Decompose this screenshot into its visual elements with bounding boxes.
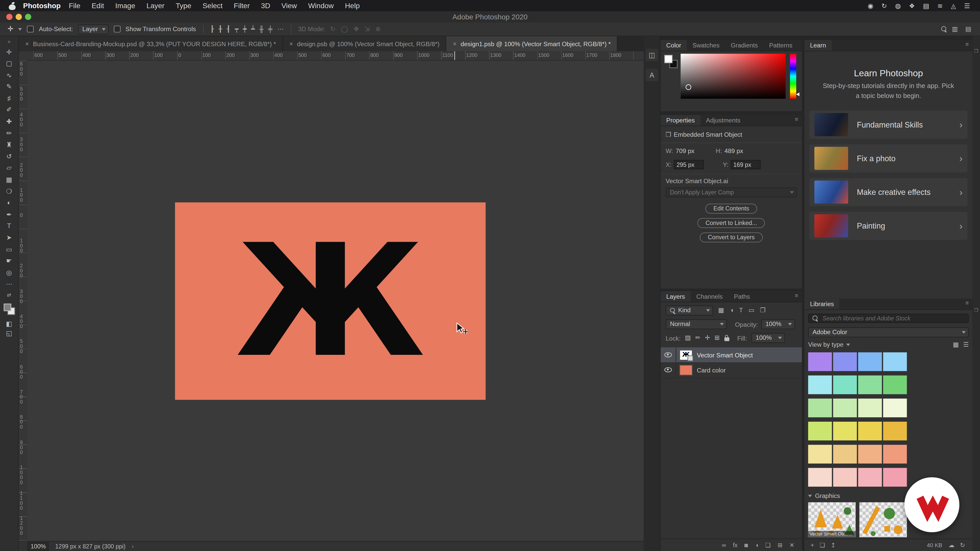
tab-adjustments[interactable]: Adjustments — [700, 115, 746, 126]
spotlight-icon[interactable]: ◬ — [951, 2, 956, 9]
layer-comp-dropdown[interactable]: Don't Apply Layer Comp — [666, 187, 797, 197]
zoom-level-field[interactable]: 100% — [27, 542, 49, 551]
edit-toolbar-icon[interactable]: ⋯ — [3, 279, 14, 289]
document-tab-3-active[interactable]: ✕ design1.psb @ 100% (Vector Smart Objec… — [446, 36, 617, 51]
lock-position-icon[interactable]: ✛ — [705, 335, 710, 341]
library-swatch[interactable] — [808, 399, 832, 417]
saturation-field[interactable] — [681, 54, 786, 99]
tab-libraries[interactable]: Libraries — [804, 299, 840, 310]
record-app-icon[interactable]: ◍ — [895, 2, 900, 9]
learn-item-painting[interactable]: Painting — [809, 212, 967, 240]
layer-group-icon[interactable]: ❏ — [765, 541, 771, 548]
collapsed-panel-top-icon[interactable]: ❒ — [974, 49, 978, 53]
type-tool[interactable]: T — [3, 221, 14, 230]
screen-record-icon[interactable]: ◉ — [868, 2, 873, 9]
layer-thumbnail[interactable] — [680, 365, 692, 375]
layer-name[interactable]: Vector Smart Object — [697, 351, 753, 359]
library-upload-icon[interactable]: ↥ — [831, 541, 836, 548]
lock-pixels-icon[interactable]: ✏ — [695, 335, 700, 341]
disclosure-triangle-icon[interactable] — [808, 494, 812, 497]
library-swatch[interactable] — [883, 375, 907, 394]
status-chevron-icon[interactable]: › — [132, 543, 134, 550]
layer-row-card-color[interactable]: Card color — [661, 362, 802, 378]
learn-item-fix-a-photo[interactable]: Fix a photo — [809, 144, 967, 172]
panel-menu-icon[interactable] — [791, 291, 802, 302]
sync-status-icon[interactable]: ↻ — [960, 541, 965, 548]
library-swatch[interactable] — [858, 445, 882, 464]
menubar-item[interactable]: Filter — [228, 2, 256, 9]
tab-gradients[interactable]: Gradients — [725, 40, 763, 51]
visibility-toggle[interactable] — [661, 348, 676, 362]
opacity-dropdown[interactable]: 100% — [761, 319, 795, 329]
search-icon[interactable] — [941, 26, 947, 32]
close-tab-icon[interactable]: ✕ — [453, 41, 457, 46]
quick-mask-icon[interactable]: ◧ — [3, 319, 14, 329]
auto-select-dropdown[interactable]: Layer — [78, 24, 108, 34]
adjustment-layer-icon[interactable]: ◑ — [755, 541, 759, 548]
menubar-item[interactable]: Select — [197, 2, 228, 9]
clone-stamp-tool[interactable]: ♜ — [3, 140, 14, 149]
zoom-tool[interactable]: ◎ — [3, 268, 14, 277]
path-selection-tool[interactable]: ➤ — [3, 233, 14, 242]
character-panel-icon[interactable]: A — [646, 68, 658, 81]
library-swatch[interactable] — [883, 352, 907, 371]
swap-colors-icon[interactable]: ⇄ — [7, 292, 11, 298]
pen-tool[interactable]: ✒ — [3, 210, 14, 219]
wifi-icon[interactable]: ≋ — [937, 2, 943, 9]
close-tab-icon[interactable]: ✕ — [289, 41, 293, 46]
filter-type-layers-icon[interactable]: T — [739, 307, 743, 313]
library-swatch[interactable] — [833, 468, 857, 486]
filter-pixel-layers-icon[interactable]: ▦ — [718, 307, 724, 313]
new-layer-icon[interactable]: ⊞ — [778, 541, 783, 548]
fill-dropdown[interactable]: 100% — [751, 333, 785, 343]
chevron-down-icon[interactable] — [846, 343, 850, 346]
history-brush-tool[interactable]: ↺ — [3, 151, 14, 161]
menubar-item[interactable]: Image — [110, 2, 141, 9]
library-graphic-item-2[interactable] — [859, 502, 907, 537]
foreground-color-swatch[interactable] — [664, 55, 673, 63]
3d-rotate-icon[interactable]: ↻ — [330, 26, 336, 32]
library-swatch[interactable] — [883, 445, 907, 464]
control-center-icon[interactable]: ☰ — [964, 2, 970, 9]
workspace-icon[interactable]: ▥ — [952, 26, 958, 32]
convert-to-layers-button[interactable]: Convert to Layers — [700, 232, 763, 242]
color-picker-marker[interactable] — [686, 84, 691, 90]
menubar-item[interactable]: File — [63, 2, 86, 9]
menubar-item[interactable]: Edit — [86, 2, 110, 9]
lock-artboard-icon[interactable]: ⊞ — [714, 335, 720, 341]
x-position-field[interactable] — [674, 160, 704, 169]
distribute-h-icon[interactable]: ╫ — [259, 26, 264, 32]
arrange-icon[interactable]: ▤ — [966, 26, 971, 32]
blur-tool[interactable]: ❍ — [3, 186, 14, 196]
align-bottom-icon[interactable]: ┷ — [251, 26, 255, 32]
hand-tool[interactable]: ☛ — [3, 256, 14, 265]
layer-effects-icon[interactable]: fx — [733, 541, 738, 548]
convert-to-linked-button[interactable]: Convert to Linked... — [697, 218, 765, 228]
foreground-background-swatches[interactable] — [3, 303, 15, 315]
distribute-v-icon[interactable]: ╪ — [268, 26, 272, 32]
collapsed-panel-mid-icon[interactable]: ❒ — [974, 308, 978, 312]
menubar-item[interactable]: 3D — [256, 2, 276, 9]
library-swatch[interactable] — [808, 422, 832, 440]
menubar-app-name[interactable]: Photoshop — [23, 2, 61, 9]
dodge-tool[interactable]: ◐ — [3, 198, 14, 207]
library-swatch[interactable] — [808, 468, 832, 486]
library-swatch[interactable] — [858, 422, 882, 440]
brush-tool[interactable]: ✏ — [3, 128, 14, 138]
learn-item-fundamental-skills[interactable]: Fundamental Skills — [809, 110, 967, 138]
current-tool-icon[interactable]: ✛ — [7, 25, 13, 32]
library-swatch[interactable] — [883, 422, 907, 440]
close-tab-icon[interactable]: ✕ — [25, 41, 29, 46]
visibility-toggle[interactable] — [661, 362, 676, 377]
library-swatch[interactable] — [858, 468, 882, 486]
menubar-item[interactable]: Help — [339, 2, 366, 9]
panel-menu-icon[interactable] — [962, 299, 972, 310]
marquee-tool[interactable]: ▢ — [3, 59, 14, 68]
menubar-item[interactable]: Layer — [141, 2, 170, 9]
layer-filter-kind-dropdown[interactable]: Kind — [666, 306, 713, 316]
tool-preset-chevron-icon[interactable] — [18, 28, 22, 30]
tab-channels[interactable]: Channels — [690, 291, 729, 302]
libraries-search-input[interactable] — [821, 314, 964, 322]
hue-slider[interactable] — [790, 54, 796, 99]
floating-app-badge[interactable] — [904, 477, 959, 532]
